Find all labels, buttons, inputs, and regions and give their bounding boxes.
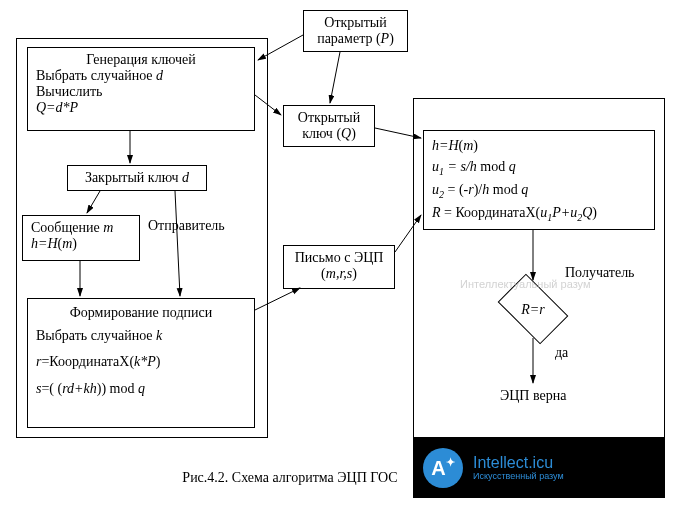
v-Pu: P+u (552, 205, 577, 220)
sign-l2d: ) (156, 354, 161, 369)
svg-line-5 (330, 52, 340, 103)
msg-h: h=H (31, 236, 58, 251)
v-u1d: mod (477, 159, 509, 174)
logo-block: A✦ Intellect.icu Искусственный разум (413, 438, 665, 498)
sign-title: Формирование подписи (36, 303, 246, 323)
v-R: R (432, 205, 441, 220)
v-Q: Q (582, 205, 592, 220)
v-u1c: = s/h (444, 159, 477, 174)
verify-box: h=H(m) u1 = s/h mod q u2 = (-r)/h mod q … (423, 130, 655, 230)
letter-l1: Письмо с ЭЦП (295, 250, 384, 265)
v-u2h: q (521, 182, 528, 197)
msg-close: ) (72, 236, 77, 251)
valid-label: ЭЦП верна (500, 388, 566, 404)
v-close: ) (592, 205, 597, 220)
sign-rdkh: rd+kh (62, 381, 97, 396)
letter-box: Письмо с ЭЦП (m,r,s) (283, 245, 395, 289)
msg-l1: Сообщение (31, 220, 103, 235)
keygen-l1b: d (156, 68, 163, 83)
v-u2c: = (- (444, 182, 468, 197)
sign-l2b: =КоординатаX( (41, 354, 134, 369)
sign-l3b: =( ( (41, 381, 62, 396)
logo-icon-text: A (431, 457, 445, 480)
public-key-box: Открытый ключ (Q) (283, 105, 375, 147)
v-u2a: u (432, 182, 439, 197)
signature-box: Формирование подписи Выбрать случайное k… (27, 298, 255, 428)
sign-l1b: k (156, 328, 162, 343)
msg-m: m (62, 236, 72, 251)
keygen-l1a: Выбрать случайное (36, 68, 156, 83)
sign-kp: k*P (134, 354, 156, 369)
logo-sub: Искусственный разум (473, 472, 564, 482)
open-param-sym: P (381, 31, 390, 46)
v-u1e: q (509, 159, 516, 174)
pub-l1: Открытый (298, 110, 360, 125)
v-m: m (463, 138, 473, 153)
open-param-line2: параметр ( (317, 31, 380, 46)
pub-l2c: ) (351, 126, 356, 141)
sign-q: q (138, 381, 145, 396)
v-h: h=H (432, 138, 459, 153)
watermark-text: Интеллектуальный разум (460, 278, 591, 290)
letter-close: ) (352, 266, 357, 281)
private-key-box: Закрытый ключ d (67, 165, 207, 191)
v-u2g: mod (489, 182, 521, 197)
message-box: Сообщение m h=H(m) (22, 215, 140, 261)
pub-q: Q (341, 126, 351, 141)
sender-label: Отправитель (148, 218, 225, 234)
v-l4b: = КоординатаX( (441, 205, 541, 220)
v-u1a: u (432, 159, 439, 174)
decision-text: R=r (503, 302, 563, 318)
keygen-box: Генерация ключей Выбрать случайное d Выч… (27, 47, 255, 131)
sign-l3d: )) mod (97, 381, 138, 396)
pub-l2a: ключ ( (302, 126, 341, 141)
open-param-close: ) (389, 31, 394, 46)
sign-l1a: Выбрать случайное (36, 328, 156, 343)
letter-mrs: m,r,s (326, 266, 352, 281)
v-l1d: ) (473, 138, 478, 153)
msg-sym: m (103, 220, 113, 235)
priv-key-sym: d (182, 170, 189, 185)
logo-text: Intellect.icu Искусственный разум (473, 454, 564, 481)
yes-label: да (555, 345, 568, 361)
open-param-line1: Открытый (324, 15, 386, 30)
logo-icon: A✦ (423, 448, 463, 488)
v-u2e: )/ (474, 182, 483, 197)
keygen-l3: Q=d*P (36, 100, 78, 115)
open-parameter-box: Открытый параметр (P) (303, 10, 408, 52)
keygen-title: Генерация ключей (36, 52, 246, 68)
keygen-l2: Вычислить (36, 84, 102, 99)
figure-caption: Рис.4.2. Схема алгоритма ЭЦП ГОС (160, 470, 420, 486)
priv-key-txt: Закрытый ключ (85, 170, 182, 185)
logo-main: Intellect.icu (473, 454, 564, 472)
